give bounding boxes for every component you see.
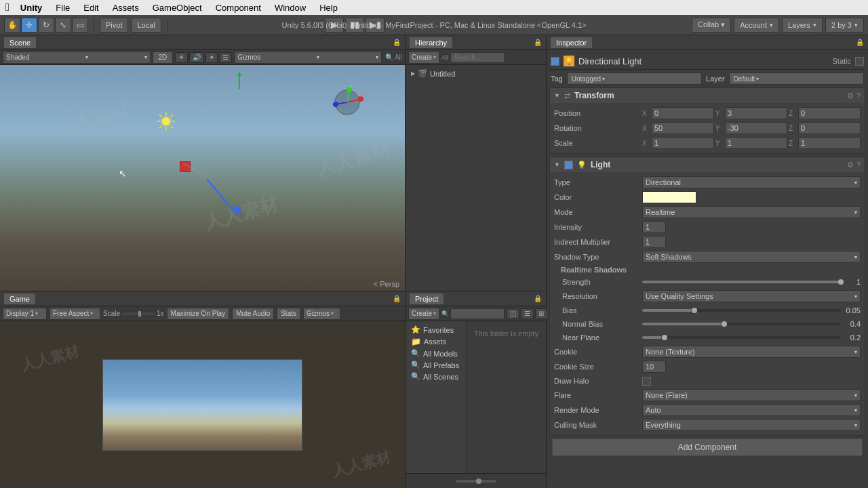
2d-button[interactable]: 2D — [153, 52, 174, 64]
menu-edit[interactable]: Edit — [81, 3, 101, 13]
red-cube[interactable] — [180, 161, 191, 172]
menu-gameobject[interactable]: GameObject — [150, 3, 205, 13]
aspect-select[interactable]: Free Aspect — [50, 308, 100, 320]
play-button[interactable]: ▶ — [325, 18, 344, 33]
layer-select[interactable]: Default — [729, 73, 864, 85]
game-lock[interactable]: 🔒 — [393, 295, 401, 302]
inspector-tab[interactable]: Inspector — [551, 37, 592, 48]
rot-x-input[interactable]: 50 — [652, 122, 714, 134]
object-name[interactable]: Directional Light — [578, 56, 828, 66]
stats-button[interactable]: Stats — [277, 308, 300, 320]
inspector-lock[interactable]: 🔒 — [856, 39, 864, 46]
resolution-dropdown[interactable]: Use Quality Settings — [642, 290, 861, 302]
rot-y-input[interactable]: -30 — [725, 122, 787, 134]
all-models-item[interactable]: 🔍 All Models — [408, 348, 463, 359]
menu-file[interactable]: File — [53, 3, 73, 13]
hidden-btn[interactable]: ☰ — [219, 52, 232, 63]
sc-y-input[interactable]: 1 — [725, 137, 787, 149]
hierarchy-lock[interactable]: 🔒 — [534, 39, 542, 46]
add-component-button[interactable]: Add Component — [552, 439, 863, 456]
transform-help-icon[interactable]: ? — [856, 92, 861, 100]
scale-slider[interactable] — [121, 312, 155, 315]
pos-x-input[interactable]: 0 — [652, 107, 714, 119]
flare-dropdown[interactable]: None (Flare) — [642, 389, 861, 401]
mute-audio-button[interactable]: Mute Audio — [232, 308, 274, 320]
assets-size-slider[interactable] — [456, 480, 496, 483]
menu-unity[interactable]: Unity — [18, 3, 45, 13]
pause-button[interactable]: ▮▮ — [345, 18, 364, 33]
layers-button[interactable]: Layers — [782, 18, 823, 33]
lighting-btn[interactable]: ☀ — [175, 52, 188, 63]
cookie-size-input[interactable]: 10 — [642, 361, 666, 373]
near-plane-slider[interactable] — [642, 336, 841, 339]
pos-z-input[interactable]: 0 — [798, 107, 861, 119]
scene-gizmo[interactable]: X Y Z — [330, 85, 364, 119]
active-checkbox[interactable] — [551, 57, 559, 66]
project-btn-3[interactable]: ⊞ — [535, 308, 547, 319]
tag-select[interactable]: Untagged — [567, 73, 702, 85]
project-btn-1[interactable]: ◫ — [507, 308, 519, 319]
mode-dropdown[interactable]: Realtime — [642, 206, 861, 218]
game-gizmos[interactable]: Gizmos — [303, 308, 340, 320]
assets-root-item[interactable]: 📁 Assets — [408, 336, 463, 348]
project-btn-2[interactable]: ☰ — [521, 308, 534, 319]
pos-y-input[interactable]: 3 — [725, 107, 787, 119]
scene-lock[interactable]: 🔒 — [393, 39, 401, 46]
light-settings-icon[interactable]: ⚙ — [847, 161, 854, 169]
all-prefabs-item[interactable]: 🔍 All Prefabs — [408, 359, 463, 371]
rect-tool[interactable]: ▭ — [72, 18, 88, 33]
light-enable-checkbox[interactable] — [564, 161, 573, 169]
effects-btn[interactable]: ✦ — [205, 52, 218, 63]
local-button[interactable]: Local — [131, 18, 161, 33]
transform-header[interactable]: ▼ ⇄ Transform ⚙ ? — [550, 88, 865, 103]
project-tab[interactable]: Project — [410, 293, 443, 304]
hierarchy-create[interactable]: Create — [408, 52, 439, 64]
move-tool[interactable]: ✛ — [21, 18, 37, 33]
menu-window[interactable]: Window — [272, 3, 309, 13]
culling-mask-dropdown[interactable]: Everything — [642, 419, 861, 431]
menu-help[interactable]: Help — [317, 3, 340, 13]
game-tab[interactable]: Game — [4, 293, 35, 304]
menu-assets[interactable]: Assets — [110, 3, 142, 13]
collab-button[interactable]: Collab ▾ — [692, 18, 731, 33]
layout-button[interactable]: 2 by 3 — [825, 18, 864, 33]
scene-tab[interactable]: Scene — [4, 37, 36, 48]
pivot-button[interactable]: Pivot — [100, 18, 128, 33]
rot-z-input[interactable]: 0 — [798, 122, 861, 134]
hand-tool[interactable]: ✋ — [4, 18, 20, 33]
sc-x-input[interactable]: 1 — [652, 137, 714, 149]
shaded-dropdown[interactable]: Shaded▾ — [3, 52, 151, 64]
all-scenes-item[interactable]: 🔍 All Scenes — [408, 371, 463, 382]
hierarchy-tab[interactable]: Hierarchy — [410, 37, 452, 48]
indirect-input[interactable]: 1 — [642, 236, 666, 248]
cookie-dropdown[interactable]: None (Texture) — [642, 346, 861, 358]
scale-tool[interactable]: ⤡ — [55, 18, 71, 33]
transform-settings-icon[interactable]: ⚙ — [847, 92, 854, 100]
draw-halo-checkbox[interactable] — [642, 377, 651, 386]
strength-slider[interactable] — [642, 281, 841, 283]
static-checkbox[interactable] — [855, 57, 864, 66]
untitled-item[interactable]: ▶ 🎬 Untitled — [408, 68, 543, 79]
account-button[interactable]: Account — [734, 18, 779, 33]
gizmos-dropdown[interactable]: Gizmos▾ — [234, 52, 382, 64]
game-canvas[interactable]: 人人素材 人人素材 — [0, 321, 405, 488]
menu-component[interactable]: Component — [213, 3, 264, 13]
light-header[interactable]: ▼ 💡 Light ⚙ ? — [550, 157, 865, 172]
favorites-header-item[interactable]: ⭐ Favorites — [408, 324, 463, 336]
project-search[interactable] — [450, 308, 505, 319]
color-swatch[interactable] — [642, 191, 696, 203]
audio-btn[interactable]: 🔊 — [189, 52, 204, 63]
apple-menu[interactable]:  — [5, 1, 9, 14]
intensity-input[interactable]: 1 — [642, 221, 666, 233]
light-help-icon[interactable]: ? — [856, 161, 861, 169]
maximize-on-play-button[interactable]: Maximize On Play — [167, 308, 230, 320]
normal-bias-slider[interactable] — [642, 323, 841, 325]
rotate-tool[interactable]: ↻ — [38, 18, 54, 33]
bias-slider[interactable] — [642, 309, 841, 312]
step-button[interactable]: ▶▮ — [366, 18, 384, 33]
hierarchy-search[interactable] — [450, 52, 505, 63]
sun-object[interactable] — [156, 111, 176, 131]
render-mode-dropdown[interactable]: Auto — [642, 404, 861, 416]
project-lock[interactable]: 🔒 — [534, 295, 542, 302]
scene-canvas[interactable]: 人人素材 人人素材 人人素材 — [0, 65, 405, 291]
